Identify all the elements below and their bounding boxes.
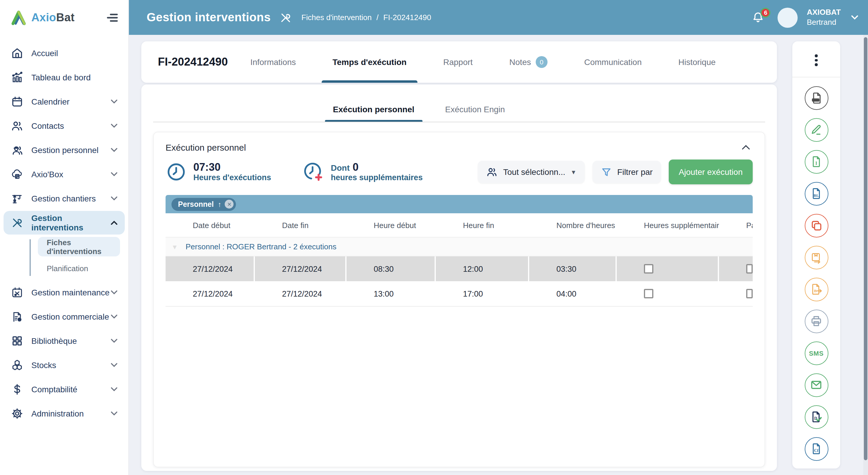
tab-communication[interactable]: Communication [584,41,642,83]
email-icon[interactable] [804,373,828,397]
app-root: AxioBat Accueil Tableau de bord [0,0,868,475]
cell-pan [719,257,753,281]
column-header-nombre-heures[interactable]: Nombre d'heures [529,213,617,237]
tab-historique[interactable]: Historique [679,41,716,83]
hours-value: 07:30 [193,161,271,173]
submenu-item-fiches-interventions[interactable]: Fiches d'interventions [38,237,120,257]
sidebar-item-tableau-de-bord[interactable]: Tableau de bord [4,66,125,89]
submenu-item-planification[interactable]: Planification [38,259,120,278]
tab-temps-execution[interactable]: Temps d'exécution [333,41,406,83]
edit-icon[interactable] [804,118,828,141]
document-cf-icon[interactable]: Cf [804,437,828,461]
sidebar-item-label: Gestion maintenance [31,288,110,297]
sms-icon[interactable]: SMS [804,341,828,365]
tools-icon [11,216,24,229]
cell-heure-debut: 08:30 [346,257,436,281]
cell-nombre-heures: 04:00 [529,281,617,306]
column-header-date-debut[interactable]: Date début [165,213,255,237]
user-menu[interactable]: AXIOBAT Bertrand [807,8,841,27]
sidebar-item-comptabilite[interactable]: Comptabilité [4,377,125,401]
sidebar-item-bibliotheque[interactable]: Bibliothèque [4,329,125,353]
more-actions-kebab-icon[interactable] [815,41,818,76]
hours-label: Heures d'exécutions [193,173,271,183]
sidebar-item-label: Gestion interventions [31,213,111,232]
sidebar-item-gestion-maintenance[interactable]: Gestion maintenance [4,281,125,304]
chip-remove-icon[interactable]: ✕ [225,200,234,209]
document-bl-icon[interactable]: BL [804,182,828,205]
scrollbar-thumb[interactable] [864,37,867,460]
overtime-checkbox[interactable] [644,264,653,274]
user-name: Bertrand [807,18,841,27]
document-b-transfer-icon[interactable]: B [804,277,828,301]
execution-row[interactable]: 27/12/2024 27/12/2024 13:00 17:00 04:00 [165,281,753,307]
tab-informations[interactable]: Informations [250,41,296,83]
svg-text:I: I [815,160,817,166]
breadcrumb-parent[interactable]: Fiches d'intervention [302,13,372,22]
maintenance-calendar-icon [11,286,24,299]
overtime-checkbox[interactable] [644,289,653,298]
column-header-date-fin[interactable]: Date fin [255,213,346,237]
subtab-execution-engin[interactable]: Exécution Engin [445,105,505,122]
sidebar-item-contacts[interactable]: Contacts [4,114,125,138]
groupby-chip-personnel[interactable]: Personnel ↑ ✕ [172,198,236,211]
chevron-down-icon [111,387,118,392]
pan-checkbox[interactable] [746,289,753,298]
sidebar-item-calendrier[interactable]: Calendrier [4,90,125,113]
deliver-box-icon[interactable] [804,245,828,269]
print-icon[interactable] [804,309,828,333]
chevron-down-icon [111,196,118,201]
select-all-dropdown[interactable]: Tout sélectionn... ▼ [478,161,585,183]
group-caret-icon[interactable]: ▼ [172,243,178,250]
pan-checkbox[interactable] [746,264,753,274]
chevron-down-icon [111,148,118,152]
sidebar-nav: Accueil Tableau de bord Calendrier [0,35,128,426]
sidebar-item-administration[interactable]: Administration [4,402,125,426]
sidebar-collapse-icon[interactable] [106,12,119,23]
avatar[interactable] [778,7,798,28]
column-header-pan[interactable]: Pan [719,213,753,237]
user-chevron-down-icon[interactable] [851,15,859,20]
sidebar-item-gestion-personnel[interactable]: Gestion personnel [4,138,125,162]
submenu-item-label: Planification [47,264,88,273]
rail-icons: PDF I BL B S [804,77,828,461]
sidebar-item-accueil[interactable]: Accueil [4,41,125,65]
dollar-icon [11,383,24,396]
svg-text:B: B [814,289,816,293]
notifications-bell-icon[interactable]: 6 [751,10,766,25]
cell-nombre-heures: 03:30 [529,257,617,281]
chevron-down-icon [111,363,118,368]
submenu-item-label: Fiches d'interventions [47,238,111,256]
sidebar-item-stocks[interactable]: Stocks [4,353,125,377]
sidebar-item-axiobox[interactable]: Axio'Box [4,163,125,186]
column-header-heure-debut[interactable]: Heure début [346,213,436,237]
filter-button[interactable]: Filtrer par [592,161,661,183]
cell-date-fin: 27/12/2024 [255,281,346,306]
tab-notes[interactable]: Notes0 [509,41,548,83]
sidebar-item-gestion-commerciale[interactable]: € Gestion commerciale [4,305,125,329]
topbar-right: 6 AXIOBAT Bertrand [751,7,859,28]
sort-arrow-up-icon[interactable]: ↑ [218,200,221,208]
executions-table: Personnel ↑ ✕ Date début Date fin Heure … [165,195,753,307]
subtab-execution-personnel[interactable]: Exécution personnel [333,105,414,122]
chevron-down-icon [111,124,118,128]
sidebar-item-label: Gestion personnel [31,145,98,155]
tools-icon [279,11,292,24]
column-header-heures-supplementaires[interactable]: Heures supplémentaires [617,213,719,237]
add-execution-button[interactable]: Ajouter exécution [669,160,753,184]
duplicate-icon[interactable] [804,213,828,237]
column-header-heure-fin[interactable]: Heure fin [436,213,529,237]
dropdown-caret-icon: ▼ [570,169,577,175]
home-icon [11,47,24,60]
overtime-label: heures supplémentaires [331,173,423,183]
export-pdf-icon[interactable]: PDF [804,86,828,110]
validate-document-icon[interactable]: D [804,405,828,429]
execution-row[interactable]: 27/12/2024 27/12/2024 08:30 12:00 03:30 [165,257,753,281]
collapse-chevron-up-icon[interactable] [741,145,750,150]
sidebar-item-gestion-chantiers[interactable]: Gestion chantiers [4,187,125,210]
document-i-icon[interactable]: I [804,150,828,173]
sidebar-item-gestion-interventions[interactable]: Gestion interventions [4,211,125,235]
invoice-euro-icon: € [11,310,24,323]
tab-rapport[interactable]: Rapport [443,41,473,83]
tab-label: Historique [679,57,716,67]
tab-label: Temps d'exécution [333,57,406,67]
